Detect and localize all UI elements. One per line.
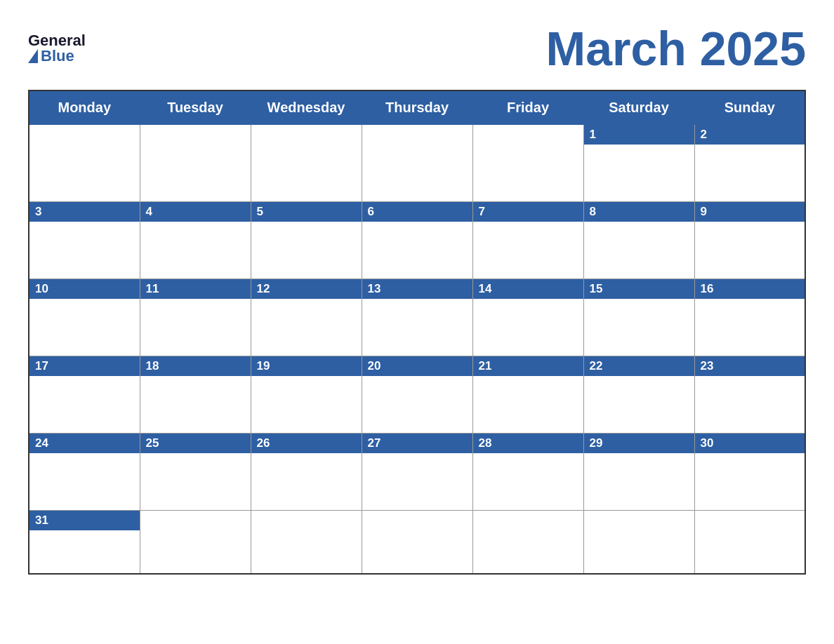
- calendar-week-row: 3456789: [29, 202, 805, 279]
- day-number: 17: [29, 356, 140, 376]
- calendar-day-cell: [362, 125, 472, 202]
- day-number: 6: [362, 202, 472, 222]
- calendar-day-cell: [251, 125, 362, 202]
- logo-bottom: Blue: [28, 48, 74, 64]
- calendar-header-tuesday: Tuesday: [140, 90, 251, 125]
- day-number: 9: [695, 202, 805, 222]
- day-number: [251, 511, 362, 516]
- calendar-day-cell: [29, 125, 140, 202]
- calendar-header-friday: Friday: [472, 90, 583, 125]
- month-title: March 2025: [546, 21, 806, 76]
- day-number: 14: [473, 279, 583, 299]
- day-number: 19: [251, 356, 362, 376]
- day-number: 15: [584, 279, 694, 299]
- calendar-day-cell: [362, 511, 472, 574]
- calendar-day-cell: [251, 511, 362, 574]
- day-number: [362, 511, 472, 516]
- calendar-day-cell: 31: [29, 511, 140, 574]
- calendar-week-row: 10111213141516: [29, 279, 805, 356]
- calendar-day-cell: 29: [583, 434, 694, 511]
- calendar-day-cell: 6: [362, 202, 472, 279]
- calendar-day-cell: 11: [140, 279, 251, 356]
- day-number: 30: [695, 434, 805, 453]
- logo-triangle-icon: [28, 49, 38, 63]
- day-number: 26: [251, 434, 362, 453]
- calendar-header-row: MondayTuesdayWednesdayThursdayFridaySatu…: [29, 90, 805, 125]
- day-number: 29: [584, 434, 694, 453]
- day-number: [140, 511, 251, 516]
- day-number: 23: [695, 356, 805, 376]
- day-number: 8: [584, 202, 694, 222]
- calendar-day-cell: 1: [583, 125, 694, 202]
- calendar-day-cell: 15: [583, 279, 694, 356]
- calendar-week-row: 12: [29, 125, 805, 202]
- day-number: 28: [473, 434, 583, 453]
- calendar-day-cell: 5: [251, 202, 362, 279]
- day-number: 11: [140, 279, 251, 299]
- calendar-day-cell: [140, 511, 251, 574]
- calendar-day-cell: 14: [472, 279, 583, 356]
- day-number: 18: [140, 356, 251, 376]
- day-number: 3: [29, 202, 140, 222]
- calendar-day-cell: 10: [29, 279, 140, 356]
- page-header: General Blue March 2025: [28, 21, 806, 76]
- calendar-day-cell: 28: [472, 434, 583, 511]
- calendar-header-monday: Monday: [29, 90, 140, 125]
- day-number: [473, 511, 583, 516]
- calendar-day-cell: 19: [251, 356, 362, 434]
- day-number: 7: [473, 202, 583, 222]
- calendar-day-cell: [583, 511, 694, 574]
- calendar-day-cell: 4: [140, 202, 251, 279]
- day-number: 10: [29, 279, 140, 299]
- calendar-day-cell: [140, 125, 251, 202]
- day-number: [29, 125, 140, 130]
- day-number: 4: [140, 202, 251, 222]
- calendar-header-wednesday: Wednesday: [251, 90, 362, 125]
- day-number: [584, 511, 694, 516]
- logo-blue: Blue: [41, 48, 74, 64]
- calendar-day-cell: [472, 125, 583, 202]
- day-number: [140, 125, 251, 130]
- calendar-header-thursday: Thursday: [362, 90, 472, 125]
- day-number: 25: [140, 434, 251, 453]
- day-number: 13: [362, 279, 472, 299]
- day-number: 20: [362, 356, 472, 376]
- calendar-day-cell: 9: [694, 202, 805, 279]
- calendar-day-cell: 13: [362, 279, 472, 356]
- calendar-day-cell: 16: [694, 279, 805, 356]
- day-number: 27: [362, 434, 472, 453]
- calendar-day-cell: 7: [472, 202, 583, 279]
- calendar-day-cell: 12: [251, 279, 362, 356]
- calendar-day-cell: 25: [140, 434, 251, 511]
- day-number: 2: [695, 125, 805, 145]
- logo-general: General: [28, 33, 86, 48]
- logo: General Blue: [28, 33, 86, 64]
- day-number: 31: [29, 511, 140, 530]
- day-number: [362, 125, 472, 130]
- calendar-day-cell: 2: [694, 125, 805, 202]
- day-number: 22: [584, 356, 694, 376]
- calendar-week-row: 31: [29, 511, 805, 574]
- calendar-day-cell: 21: [472, 356, 583, 434]
- day-number: [473, 125, 583, 130]
- calendar-day-cell: 3: [29, 202, 140, 279]
- day-number: 16: [695, 279, 805, 299]
- calendar-day-cell: 18: [140, 356, 251, 434]
- day-number: 1: [584, 125, 694, 145]
- calendar-day-cell: 26: [251, 434, 362, 511]
- calendar-header-sunday: Sunday: [694, 90, 805, 125]
- calendar-day-cell: 8: [583, 202, 694, 279]
- day-number: 12: [251, 279, 362, 299]
- calendar-week-row: 17181920212223: [29, 356, 805, 434]
- day-number: 5: [251, 202, 362, 222]
- day-number: [695, 511, 805, 516]
- day-number: 24: [29, 434, 140, 453]
- calendar-day-cell: [694, 511, 805, 574]
- calendar-table: MondayTuesdayWednesdayThursdayFridaySatu…: [28, 90, 806, 575]
- calendar-day-cell: 23: [694, 356, 805, 434]
- calendar-header-saturday: Saturday: [583, 90, 694, 125]
- calendar-day-cell: 20: [362, 356, 472, 434]
- calendar-day-cell: [472, 511, 583, 574]
- day-number: [251, 125, 362, 130]
- calendar-day-cell: 30: [694, 434, 805, 511]
